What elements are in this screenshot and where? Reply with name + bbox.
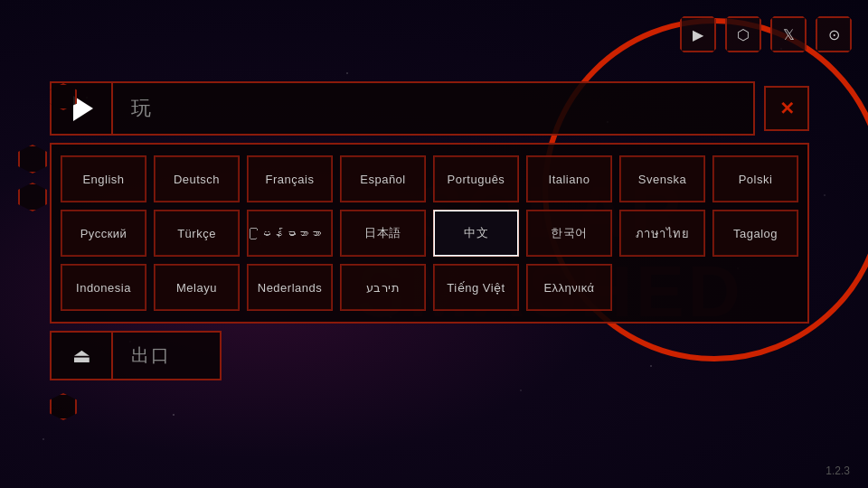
social-bar: ▶ ⬡ 𝕏 ⊙ bbox=[680, 16, 852, 52]
lang-portugues[interactable]: Português bbox=[433, 155, 519, 202]
lang-english[interactable]: English bbox=[61, 155, 146, 202]
lang-turkish[interactable]: Türkçe bbox=[154, 210, 240, 257]
lang-italiano[interactable]: Italiano bbox=[526, 155, 612, 202]
youtube-button[interactable]: ▶ bbox=[680, 16, 716, 52]
close-icon: ✕ bbox=[779, 98, 795, 119]
title-bar: 玩 bbox=[113, 81, 755, 136]
lang-dutch[interactable]: Nederlands bbox=[247, 264, 333, 311]
language-row-1: English Deutsch Français Español Portugu… bbox=[61, 155, 798, 202]
close-button[interactable]: ✕ bbox=[764, 86, 809, 131]
exit-icon: ⏏ bbox=[72, 344, 91, 368]
lang-vietnamese[interactable]: Tiếng Việt bbox=[433, 264, 519, 311]
version-label: 1.2.3 bbox=[826, 465, 850, 477]
exit-button[interactable]: ⏏ bbox=[50, 331, 113, 380]
twitter-button[interactable]: 𝕏 bbox=[770, 16, 807, 52]
language-grid: English Deutsch Français Español Portugu… bbox=[50, 143, 809, 324]
lang-greek[interactable]: Ελληνικά bbox=[526, 264, 612, 311]
exit-label: 出口 bbox=[131, 343, 171, 368]
language-row-2: Русский Türkçe မြန်မာဘာသာ 日本語 中文 한국어 ภาษ… bbox=[61, 210, 798, 257]
lock-button[interactable]: ⊙ bbox=[816, 16, 852, 52]
lang-hebrew[interactable]: תירבע bbox=[340, 264, 426, 311]
lang-malay[interactable]: Melayu bbox=[154, 264, 240, 311]
top-bar: 玩 ✕ bbox=[50, 81, 809, 136]
play-label: 玩 bbox=[131, 95, 153, 122]
lang-japanese[interactable]: 日本語 bbox=[340, 210, 426, 257]
lang-indonesia[interactable]: Indonesia bbox=[61, 264, 146, 311]
left-decorations bbox=[18, 145, 47, 211]
lang-thai[interactable]: ภาษาไทย bbox=[619, 210, 705, 257]
lang-burmese[interactable]: မြန်မာဘာသာ bbox=[247, 210, 333, 257]
hex-deco-bottom bbox=[18, 183, 47, 211]
discord-button[interactable]: ⬡ bbox=[725, 16, 761, 52]
hex-deco-top bbox=[18, 145, 47, 174]
lang-tagalog[interactable]: Tagalog bbox=[712, 210, 798, 257]
bottom-bar: ⏏ 出口 bbox=[50, 331, 809, 380]
main-panel: 玩 ✕ English Deutsch Français Español Por… bbox=[50, 81, 809, 380]
lang-polski[interactable]: Polski bbox=[712, 155, 798, 202]
lang-korean[interactable]: 한국어 bbox=[526, 210, 612, 257]
lang-francais[interactable]: Français bbox=[247, 155, 333, 202]
exit-label-bar: 出口 bbox=[113, 331, 222, 380]
lang-svenska[interactable]: Svenska bbox=[619, 155, 705, 202]
lang-russian[interactable]: Русский bbox=[61, 210, 146, 257]
lang-deutsch[interactable]: Deutsch bbox=[154, 155, 240, 202]
lang-chinese[interactable]: 中文 bbox=[433, 210, 519, 257]
lang-espanol[interactable]: Español bbox=[340, 155, 426, 202]
language-row-3: Indonesia Melayu Nederlands תירבע Tiếng … bbox=[61, 264, 798, 311]
